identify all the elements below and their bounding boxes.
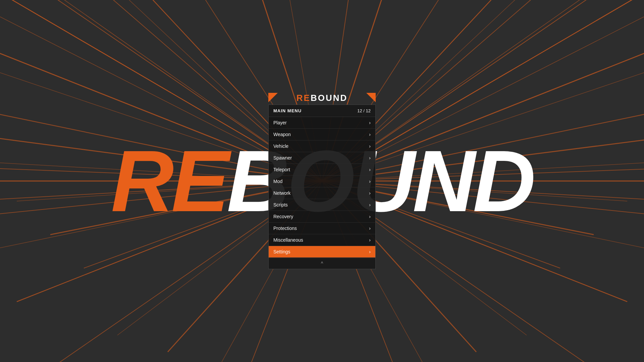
menu-item-arrow-icon: › [369,120,371,125]
menu-item-label: Teleport [273,167,290,172]
menu-item-network[interactable]: Network› [269,187,375,199]
menu-title: MAIN MENU [273,108,302,113]
menu-item-arrow-icon: › [369,155,371,161]
menu-item-label: Scripts [273,202,288,207]
menu-item-label: Miscellaneous [273,237,303,243]
menu-item-settings[interactable]: Settings› [269,246,375,258]
menu-items-list: Player›Weapon›Vehicle›Spawner›Teleport›M… [269,117,375,258]
logo-area: REBOUND [268,93,376,105]
menu-item-scripts[interactable]: Scripts› [269,199,375,211]
menu-footer: ^ [269,258,375,269]
menu-item-arrow-icon: › [369,226,371,231]
menu-item-miscellaneous[interactable]: Miscellaneous› [269,234,375,246]
menu-item-label: Player [273,120,287,125]
menu-item-spawner[interactable]: Spawner› [269,152,375,164]
menu-item-label: Weapon [273,132,291,137]
menu-container: REBOUND MAIN MENU 12 / 12 Player›Weapon›… [268,93,376,269]
scroll-up-chevron[interactable]: ^ [321,261,323,266]
logo-re: RE [297,93,311,103]
menu-item-label: Network [273,190,290,196]
menu-item-mod[interactable]: Mod› [269,176,375,187]
menu-item-label: Mod [273,179,282,184]
menu-item-arrow-icon: › [369,167,371,172]
menu-item-label: Recovery [273,214,293,219]
corner-accent-top-right [366,93,376,102]
menu-count: 12 / 12 [357,108,371,113]
menu-item-label: Spawner [273,155,292,161]
corner-accent-top-left [268,93,278,102]
menu-item-arrow-icon: › [369,237,371,243]
menu-item-label: Vehicle [273,143,288,149]
menu-item-recovery[interactable]: Recovery› [269,211,375,223]
menu-item-label: Protections [273,226,297,231]
menu-item-protections[interactable]: Protections› [269,223,375,234]
menu-item-player[interactable]: Player› [269,117,375,129]
menu-item-arrow-icon: › [369,132,371,137]
menu-item-arrow-icon: › [369,249,371,254]
menu-item-teleport[interactable]: Teleport› [269,164,375,176]
menu-panel: MAIN MENU 12 / 12 Player›Weapon›Vehicle›… [268,105,376,269]
menu-item-weapon[interactable]: Weapon› [269,129,375,140]
menu-item-arrow-icon: › [369,214,371,219]
menu-header: MAIN MENU 12 / 12 [269,105,375,117]
menu-item-arrow-icon: › [369,143,371,149]
menu-item-label: Settings [273,249,290,254]
menu-item-arrow-icon: › [369,190,371,196]
menu-item-arrow-icon: › [369,202,371,207]
logo-bound: BOUND [311,93,347,103]
logo: REBOUND [297,90,347,104]
menu-item-vehicle[interactable]: Vehicle› [269,140,375,152]
menu-item-arrow-icon: › [369,179,371,184]
